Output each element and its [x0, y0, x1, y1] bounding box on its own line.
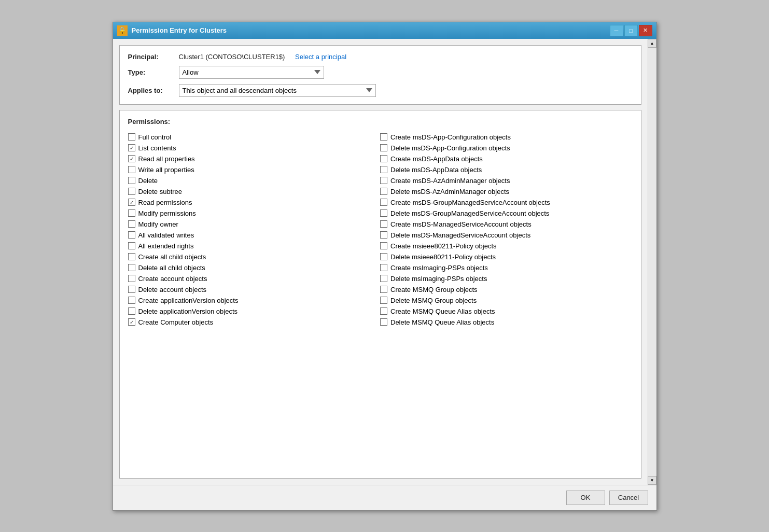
checkbox[interactable]: ✓: [128, 155, 135, 162]
checkbox[interactable]: [380, 231, 387, 239]
checkbox[interactable]: [128, 286, 135, 293]
cancel-button[interactable]: Cancel: [609, 491, 648, 505]
checkbox[interactable]: [380, 264, 387, 271]
checkbox[interactable]: [380, 318, 387, 326]
checkbox[interactable]: [380, 307, 387, 315]
perm-label: Create msDS-ManagedServiceAccount object…: [390, 220, 532, 228]
checkbox[interactable]: [380, 275, 387, 282]
perm-item[interactable]: Delete msImaging-PSPs objects: [380, 273, 633, 284]
applies-to-row: Applies to: This object and all descenda…: [128, 84, 633, 97]
checkbox[interactable]: [380, 166, 387, 173]
perm-item[interactable]: Create msDS-AzAdminManager objects: [380, 175, 633, 186]
perm-item[interactable]: Create msImaging-PSPs objects: [380, 262, 633, 273]
perm-item[interactable]: Delete msieee80211-Policy objects: [380, 251, 633, 262]
perm-item[interactable]: Delete subtree: [128, 186, 381, 197]
perm-item[interactable]: Create msieee80211-Policy objects: [380, 241, 633, 251]
checkbox[interactable]: [380, 253, 387, 260]
perm-item[interactable]: Create all child objects: [128, 251, 381, 262]
scroll-up-arrow[interactable]: ▲: [648, 39, 656, 48]
perm-item[interactable]: Delete msDS-GroupManagedServiceAccount o…: [380, 208, 633, 219]
checkbox[interactable]: [128, 209, 135, 217]
checkbox[interactable]: [380, 242, 387, 249]
perm-item[interactable]: ✓Read all properties: [128, 153, 381, 164]
checkbox[interactable]: [128, 231, 135, 239]
checkbox[interactable]: [128, 188, 135, 195]
checkbox[interactable]: [380, 199, 387, 206]
select-principal-link[interactable]: Select a principal: [295, 53, 346, 61]
perm-label: Delete msieee80211-Policy objects: [390, 253, 496, 261]
type-dropdown[interactable]: Allow: [179, 66, 324, 79]
perm-item[interactable]: Delete msDS-AppData objects: [380, 164, 633, 175]
perm-item[interactable]: Write all properties: [128, 164, 381, 175]
perm-item[interactable]: Create MSMQ Queue Alias objects: [380, 306, 633, 317]
perm-item[interactable]: Delete account objects: [128, 284, 381, 295]
checkbox[interactable]: [380, 144, 387, 151]
checkbox[interactable]: [128, 253, 135, 260]
perm-item[interactable]: Delete msDS-ManagedServiceAccount object…: [380, 230, 633, 241]
checkbox[interactable]: [128, 275, 135, 282]
window-body: Principal: Cluster1 (CONTOSO\CLUSTER1$) …: [113, 39, 656, 485]
perm-item[interactable]: Create account objects: [128, 273, 381, 284]
perm-item[interactable]: Delete all child objects: [128, 262, 381, 273]
scroll-down-arrow[interactable]: ▼: [648, 476, 656, 485]
ok-button[interactable]: OK: [566, 491, 605, 505]
perm-item[interactable]: Delete: [128, 175, 381, 186]
checkbox[interactable]: ✓: [128, 199, 135, 206]
checkbox[interactable]: ✓: [128, 318, 135, 326]
minimize-button[interactable]: ─: [610, 25, 623, 36]
checkbox[interactable]: [380, 209, 387, 217]
scrollbar[interactable]: ▲ ▼: [648, 39, 656, 485]
perm-item[interactable]: Create msDS-ManagedServiceAccount object…: [380, 219, 633, 230]
perm-item[interactable]: Create msDS-GroupManagedServiceAccount o…: [380, 197, 633, 208]
perm-label: Create all child objects: [138, 253, 206, 261]
perm-item[interactable]: Modify permissions: [128, 208, 381, 219]
permissions-grid: Full controlCreate msDS-App-Configuratio…: [128, 132, 633, 328]
perm-item[interactable]: Create msDS-AppData objects: [380, 153, 633, 164]
checkbox[interactable]: [128, 297, 135, 304]
perm-label: Delete subtree: [138, 188, 183, 195]
perm-item[interactable]: ✓List contents: [128, 143, 381, 153]
perm-label: Create account objects: [138, 275, 207, 283]
checkbox[interactable]: [128, 133, 135, 141]
perm-item[interactable]: Create applicationVersion objects: [128, 295, 381, 306]
checkbox[interactable]: [128, 242, 135, 249]
perm-label: Create msImaging-PSPs objects: [390, 264, 488, 272]
checkbox[interactable]: [128, 166, 135, 173]
perm-item[interactable]: Delete MSMQ Queue Alias objects: [380, 317, 633, 328]
checkbox[interactable]: [128, 220, 135, 228]
checkbox[interactable]: [128, 264, 135, 271]
checkbox[interactable]: [380, 286, 387, 293]
checkbox[interactable]: ✓: [128, 144, 135, 151]
perm-item[interactable]: Create msDS-App-Configuration objects: [380, 132, 633, 143]
checkbox[interactable]: [380, 188, 387, 195]
checkbox[interactable]: [380, 177, 387, 184]
perm-item[interactable]: Delete msDS-AzAdminManager objects: [380, 186, 633, 197]
principal-label: Principal:: [128, 53, 175, 61]
perm-item[interactable]: All validated writes: [128, 230, 381, 241]
checkbox[interactable]: [128, 177, 135, 184]
perm-item[interactable]: Create MSMQ Group objects: [380, 284, 633, 295]
title-bar-left: 🔒 Permission Entry for Clusters: [117, 25, 227, 36]
perm-item[interactable]: Full control: [128, 132, 381, 143]
maximize-button[interactable]: □: [624, 25, 638, 36]
close-button[interactable]: ✕: [639, 25, 652, 36]
checkbox[interactable]: [380, 155, 387, 162]
perm-item[interactable]: Delete msDS-App-Configuration objects: [380, 143, 633, 153]
main-content: Principal: Cluster1 (CONTOSO\CLUSTER1$) …: [113, 39, 648, 485]
perm-label: Delete msImaging-PSPs objects: [390, 275, 487, 283]
perm-item[interactable]: ✓Read permissions: [128, 197, 381, 208]
perm-label: All extended rights: [138, 242, 194, 250]
perm-item[interactable]: Modify owner: [128, 219, 381, 230]
principal-value: Cluster1 (CONTOSO\CLUSTER1$): [179, 53, 285, 61]
perm-item[interactable]: Delete MSMQ Group objects: [380, 295, 633, 306]
perm-item[interactable]: All extended rights: [128, 241, 381, 251]
checkbox[interactable]: [380, 297, 387, 304]
checkbox[interactable]: [380, 133, 387, 141]
title-bar: 🔒 Permission Entry for Clusters ─ □ ✕: [113, 22, 656, 39]
checkbox[interactable]: [380, 220, 387, 228]
perm-label: List contents: [138, 144, 176, 152]
applies-to-dropdown[interactable]: This object and all descendant objects: [179, 84, 376, 97]
perm-item[interactable]: Delete applicationVersion objects: [128, 306, 381, 317]
perm-item[interactable]: ✓Create Computer objects: [128, 317, 381, 328]
checkbox[interactable]: [128, 307, 135, 315]
